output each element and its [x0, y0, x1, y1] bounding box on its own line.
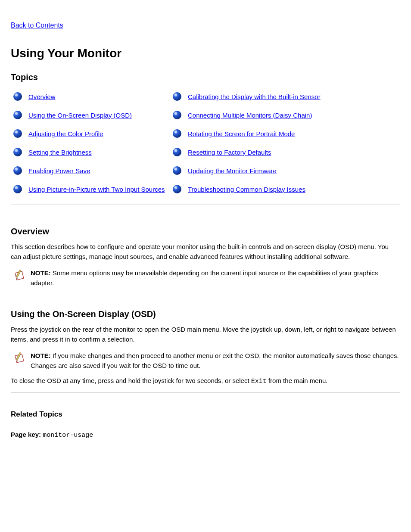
- topic-row: Adjusting the Color Profile: [11, 127, 170, 146]
- svg-point-15: [174, 112, 177, 115]
- svg-point-14: [173, 111, 181, 119]
- svg-point-21: [174, 168, 177, 170]
- topics-column-right: Calibrating the Display with the Built-i…: [170, 90, 351, 201]
- note-label: NOTE:: [31, 352, 51, 359]
- svg-point-5: [15, 131, 18, 133]
- topic-row: Using Picture-in-Picture with Two Input …: [11, 183, 170, 201]
- bullet-sphere-icon: [172, 147, 182, 157]
- topic-link[interactable]: Rotating the Screen for Portrait Mode: [188, 127, 295, 139]
- note-block: NOTE: If you make changes and then proce…: [13, 351, 400, 371]
- topic-row: Updating the Monitor Firmware: [170, 164, 351, 183]
- svg-point-16: [173, 129, 181, 138]
- topic-link[interactable]: Enabling Power Save: [28, 164, 90, 176]
- svg-point-9: [15, 168, 18, 170]
- page-key-value: monitor-usage: [43, 432, 93, 439]
- topic-row: Resetting to Factory Defaults: [170, 146, 351, 164]
- bullet-sphere-icon: [13, 184, 22, 194]
- svg-point-23: [174, 186, 177, 189]
- svg-point-13: [174, 93, 177, 96]
- osd-heading: Using the On-Screen Display (OSD): [11, 309, 400, 319]
- topic-link[interactable]: Troubleshooting Common Display Issues: [188, 183, 305, 194]
- overview-heading: Overview: [11, 227, 400, 236]
- svg-point-22: [173, 185, 181, 193]
- back-to-contents-link[interactable]: Back to Contents: [11, 22, 63, 29]
- note-body: Some menu options may be unavailable dep…: [31, 269, 378, 286]
- topic-row: Using the On-Screen Display (OSD): [11, 109, 170, 127]
- bullet-sphere-icon: [13, 92, 22, 101]
- page-key-label: Page key:: [11, 431, 41, 438]
- topic-row: Setting the Brightness: [11, 146, 170, 164]
- svg-point-7: [15, 149, 18, 152]
- overview-body: This section describes how to configure …: [11, 242, 400, 262]
- bullet-sphere-icon: [172, 129, 182, 138]
- topics-list: Overview Using the On-Screen Display (OS…: [11, 90, 400, 201]
- topics-heading: Topics: [11, 72, 400, 82]
- svg-point-18: [173, 148, 181, 156]
- section-divider: [11, 392, 400, 393]
- page-key: Page key: monitor-usage: [11, 431, 400, 439]
- svg-point-17: [174, 131, 177, 133]
- svg-point-0: [13, 92, 22, 101]
- related-topics-heading: Related Topics: [11, 410, 400, 419]
- bullet-sphere-icon: [13, 147, 22, 157]
- page-title: Using Your Monitor: [11, 47, 400, 60]
- note-text: NOTE: Some menu options may be unavailab…: [31, 268, 400, 288]
- svg-point-20: [173, 166, 181, 175]
- svg-point-10: [13, 185, 22, 193]
- topic-link[interactable]: Resetting to Factory Defaults: [188, 146, 271, 157]
- bullet-sphere-icon: [172, 92, 182, 101]
- svg-point-3: [15, 112, 18, 115]
- osd-body-2: To close the OSD at any time, press and …: [11, 376, 400, 386]
- topic-link[interactable]: Connecting Multiple Monitors (Daisy Chai…: [188, 109, 312, 120]
- note-pencil-icon: [13, 276, 26, 283]
- osd-body-1: Press the joystick on the rear of the mo…: [11, 324, 400, 345]
- topic-row: Calibrating the Display with the Built-i…: [170, 90, 351, 109]
- note-text: NOTE: If you make changes and then proce…: [31, 351, 400, 371]
- note-block: NOTE: Some menu options may be unavailab…: [13, 268, 400, 288]
- svg-point-1: [15, 93, 18, 96]
- svg-point-8: [13, 166, 22, 175]
- svg-point-6: [13, 148, 22, 156]
- note-pencil-icon: [13, 358, 26, 366]
- topic-row: Troubleshooting Common Display Issues: [170, 183, 351, 201]
- bullet-sphere-icon: [172, 184, 182, 194]
- svg-point-4: [13, 129, 22, 138]
- topics-column-left: Overview Using the On-Screen Display (OS…: [11, 90, 170, 201]
- topic-row: Enabling Power Save: [11, 164, 170, 183]
- svg-point-2: [13, 111, 22, 119]
- topic-link[interactable]: Adjusting the Color Profile: [28, 127, 103, 139]
- note-label: NOTE:: [31, 269, 51, 277]
- topic-link[interactable]: Using Picture-in-Picture with Two Input …: [28, 183, 165, 194]
- topic-link[interactable]: Using the On-Screen Display (OSD): [28, 109, 132, 120]
- topic-link[interactable]: Calibrating the Display with the Built-i…: [188, 90, 321, 102]
- svg-point-11: [15, 186, 18, 189]
- topic-link[interactable]: Setting the Brightness: [28, 146, 92, 157]
- bullet-sphere-icon: [172, 110, 182, 120]
- bullet-sphere-icon: [13, 110, 22, 120]
- topic-row: Overview: [11, 90, 170, 109]
- topic-link[interactable]: Updating the Monitor Firmware: [188, 164, 277, 176]
- bullet-sphere-icon: [172, 166, 182, 175]
- bullet-sphere-icon: [13, 129, 22, 138]
- topic-row: Rotating the Screen for Portrait Mode: [170, 127, 351, 146]
- section-divider: [11, 205, 400, 205]
- svg-point-19: [174, 149, 177, 152]
- bullet-sphere-icon: [13, 166, 22, 175]
- topic-row: Connecting Multiple Monitors (Daisy Chai…: [170, 109, 351, 127]
- topic-link[interactable]: Overview: [28, 90, 56, 102]
- note-body: If you make changes and then proceed to …: [31, 352, 399, 369]
- svg-point-12: [173, 92, 181, 101]
- osd-exit-item: Exit: [251, 378, 267, 385]
